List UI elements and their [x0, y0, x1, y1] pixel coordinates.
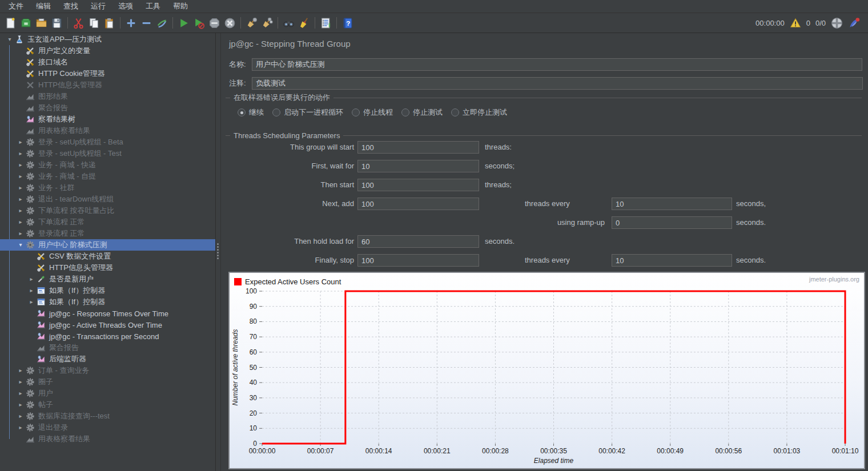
radio-icon[interactable] [451, 108, 459, 116]
new-file-button[interactable] [3, 15, 18, 31]
radio-icon[interactable] [401, 108, 409, 116]
radio-icon[interactable] [352, 108, 360, 116]
tree-item-33[interactable]: ▸数据库连接查询---test [0, 410, 215, 422]
stop-period-input[interactable] [612, 254, 732, 267]
increment-period-input[interactable] [612, 198, 732, 210]
menu-item-1[interactable]: 编辑 [30, 0, 57, 13]
stop-button[interactable] [207, 15, 222, 31]
tree-item-16[interactable]: ▸下单流程 正常 [0, 216, 215, 228]
tree-item-15[interactable]: ▸下单流程 按吞吐量占比 [0, 205, 215, 216]
tree-item-19[interactable]: CSV 数据文件设置 [0, 251, 215, 262]
tree-item-28[interactable]: 后端监听器 [0, 353, 215, 365]
tree-item-10[interactable]: ▸登录 - setUp线程组 - Test [0, 148, 215, 159]
expand-arrow-icon[interactable]: ▸ [15, 422, 26, 433]
tree-item-5[interactable]: 图形结果 [0, 91, 215, 102]
menu-item-4[interactable]: 选项 [112, 0, 139, 13]
open-button[interactable] [34, 15, 49, 31]
tree-item-29[interactable]: ▸订单 - 查询业务 [0, 365, 215, 376]
remove-button[interactable] [139, 15, 154, 31]
clear-button[interactable] [244, 15, 259, 31]
radio-option-1[interactable]: 启动下一进程循环 [272, 107, 343, 118]
radio-option-0[interactable]: 继续 [238, 107, 264, 118]
expand-arrow-icon[interactable]: ▸ [15, 205, 26, 216]
tree-item-3[interactable]: HTTP Cookie管理器 [0, 68, 215, 79]
start-button[interactable] [176, 15, 191, 31]
expand-arrow-icon[interactable]: ▸ [15, 216, 26, 228]
menu-item-5[interactable]: 工具 [139, 0, 167, 13]
tree-item-13[interactable]: ▸业务 - 社群 [0, 182, 215, 194]
radio-option-2[interactable]: 停止线程 [352, 107, 393, 118]
tree-item-34[interactable]: ▸退出登录 [0, 422, 215, 433]
expand-arrow-icon[interactable]: ▸ [26, 285, 37, 296]
tree-item-20[interactable]: HTTP信息头管理器 [0, 262, 215, 273]
tree-item-1[interactable]: 用户定义的变量 [0, 45, 215, 57]
tree-item-27[interactable]: 聚合报告 [0, 342, 215, 353]
divider-grip[interactable] [217, 243, 219, 259]
remote-start-icon[interactable] [831, 17, 843, 29]
expand-arrow-icon[interactable]: ▸ [15, 388, 26, 399]
tree-item-4[interactable]: HTTP信息头管理器 [0, 79, 215, 91]
tree-item-14[interactable]: ▸退出 - tearDown线程组 [0, 194, 215, 205]
initial-threads-input[interactable] [357, 141, 479, 154]
expand-arrow-icon[interactable]: ▸ [26, 296, 37, 308]
clear-all-button[interactable] [259, 15, 275, 31]
tree-item-17[interactable]: ▸登录流程 正常 [0, 228, 215, 239]
expand-arrow-icon[interactable]: ▸ [15, 365, 26, 376]
tree-item-35[interactable]: 用表格察看结果 [0, 433, 215, 445]
paste-button[interactable] [102, 15, 117, 31]
elapsed-timer[interactable]: 00:00:00 [756, 19, 785, 27]
expand-arrow-icon[interactable]: ▸ [15, 171, 26, 182]
shutdown-button[interactable] [222, 15, 238, 31]
radio-icon[interactable] [238, 108, 246, 116]
tree-item-23[interactable]: ▸如果（If）控制器 [0, 296, 215, 308]
radio-option-3[interactable]: 停止测试 [401, 107, 443, 118]
start-threads-input[interactable] [357, 179, 479, 191]
tree-item-7[interactable]: 察看结果树 [0, 114, 215, 125]
tree-item-12[interactable]: ▸业务 - 商城 - 自提 [0, 171, 215, 182]
collapse-arrow-icon[interactable]: ▾ [15, 239, 26, 251]
copy-button[interactable] [86, 15, 102, 31]
tree-item-8[interactable]: 用表格察看结果 [0, 125, 215, 136]
warning-icon[interactable] [790, 17, 801, 29]
tree-item-26[interactable]: jp@gc - Transactions per Second [0, 331, 215, 342]
search-button[interactable] [281, 15, 296, 31]
toggle-button[interactable] [154, 15, 170, 31]
hold-load-input[interactable] [357, 235, 479, 248]
tree-item-31[interactable]: ▸用户 [0, 388, 215, 399]
collapse-arrow-icon[interactable]: ▾ [5, 34, 15, 45]
menu-item-3[interactable]: 运行 [85, 0, 112, 13]
templates-button[interactable] [18, 15, 34, 31]
tree-item-25[interactable]: jp@gc - Active Threads Over Time [0, 319, 215, 331]
menu-item-2[interactable]: 查找 [57, 0, 85, 13]
expand-arrow-icon[interactable]: ▸ [15, 410, 26, 422]
radio-option-4[interactable]: 立即停止测试 [451, 107, 507, 118]
start-no-timers-button[interactable] [191, 15, 207, 31]
tree-item-2[interactable]: 接口域名 [0, 57, 215, 68]
increment-threads-input[interactable] [357, 198, 479, 210]
menu-item-6[interactable]: 帮助 [167, 0, 194, 13]
tree-item-24[interactable]: jp@gc - Response Times Over Time [0, 308, 215, 319]
help-button[interactable]: ? [340, 15, 355, 31]
ramp-up-input[interactable] [612, 216, 732, 229]
initial-delay-input[interactable] [357, 160, 479, 172]
comment-input[interactable] [252, 77, 863, 90]
tree-item-21[interactable]: ▸是否是新用户 [0, 273, 215, 285]
expand-arrow-icon[interactable]: ▸ [15, 228, 26, 239]
tree-item-11[interactable]: ▸业务 - 商城 - 快递 [0, 159, 215, 171]
expand-arrow-icon[interactable]: ▸ [15, 194, 26, 205]
split-divider[interactable] [215, 33, 221, 471]
tree-item-9[interactable]: ▸登录 - setUp线程组 - Beta [0, 136, 215, 148]
clear-search-button[interactable] [296, 15, 312, 31]
save-button[interactable] [49, 15, 65, 31]
expand-arrow-icon[interactable]: ▸ [15, 182, 26, 194]
function-helper-button[interactable] [318, 15, 333, 31]
expand-arrow-icon[interactable]: ▸ [15, 399, 26, 410]
expand-arrow-icon[interactable]: ▸ [26, 273, 37, 285]
add-button[interactable] [123, 15, 139, 31]
expand-arrow-icon[interactable]: ▸ [15, 376, 26, 388]
tree-item-22[interactable]: ▸如果（If）控制器 [0, 285, 215, 296]
tree-item-0[interactable]: ▾玉玄道APP—压力测试 [0, 34, 215, 45]
radio-icon[interactable] [272, 108, 280, 116]
tree-item-18[interactable]: ▾用户中心 阶梯式压测 [0, 239, 215, 251]
expand-arrow-icon[interactable]: ▸ [15, 159, 26, 171]
